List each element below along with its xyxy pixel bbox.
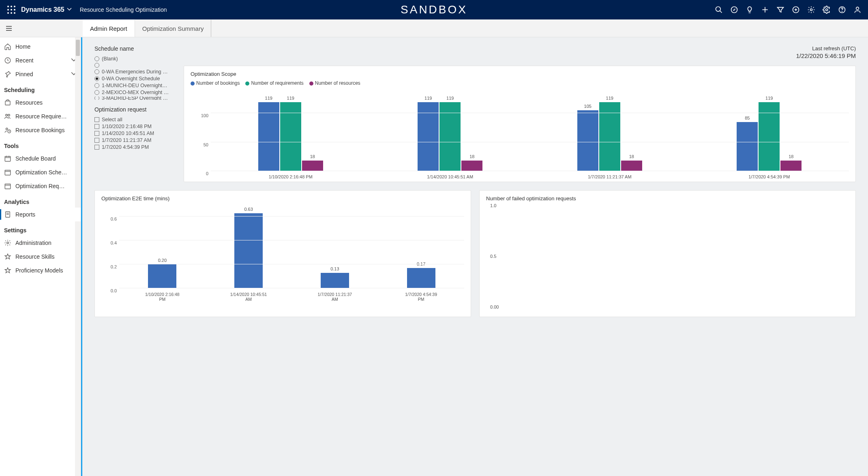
radio-icon [94, 69, 99, 74]
request-option[interactable]: Select all [94, 117, 180, 122]
app-launcher-icon[interactable] [6, 5, 16, 15]
nav-item-home[interactable]: Home [0, 40, 81, 54]
bar[interactable]: 0.17 [407, 268, 435, 288]
brand-name[interactable]: Dynamics 365 [21, 6, 64, 13]
nav-item[interactable]: Resources [0, 96, 81, 109]
bar[interactable]: 105 [577, 110, 598, 171]
x-label: 1/10/2020 2:16:48PM [119, 292, 206, 302]
option-label: 1-MUNICH-DEU Overnight… [102, 83, 167, 88]
task-icon[interactable] [730, 6, 738, 14]
bar[interactable]: 0.20 [148, 264, 176, 288]
scrollbar-track[interactable] [75, 37, 81, 476]
bar-label: 18 [629, 154, 634, 159]
lightbulb-icon[interactable] [746, 6, 754, 14]
tab-admin-report[interactable]: Admin Report [83, 19, 135, 37]
request-option[interactable]: 1/7/2020 11:21:37 AM [94, 137, 180, 143]
chevron-down-icon[interactable] [67, 6, 72, 13]
bar-group: 0.63 [206, 205, 292, 288]
tab-bar: Admin Report Optimization Summary [0, 19, 868, 37]
nav-item[interactable]: Optimization Sche… [0, 165, 81, 179]
nav-label: Optimization Sche… [15, 169, 67, 176]
gear-outline-icon[interactable] [807, 6, 815, 14]
nav-item[interactable]: Resource Skills [0, 250, 81, 264]
add-circle-icon[interactable] [792, 6, 800, 14]
settings-gear-icon[interactable] [823, 6, 831, 14]
bar-label: 105 [584, 104, 592, 109]
nav-label: Resource Bookings [15, 127, 64, 133]
radio-icon [94, 96, 99, 100]
nav-item-pinned[interactable]: Pinned [0, 67, 81, 81]
nav-item[interactable]: Proficiency Models [0, 264, 81, 277]
schedule-option[interactable]: 0-WA Emergencies During … [94, 69, 180, 75]
nav-item[interactable]: Reports [0, 208, 81, 221]
calendar-icon [4, 155, 11, 162]
nav-label: Pinned [15, 71, 33, 77]
radio-icon [94, 76, 99, 81]
nav-item-recent[interactable]: Recent [0, 54, 81, 67]
bar-label: 18 [789, 154, 793, 159]
bar[interactable]: 18 [780, 161, 802, 171]
schedule-option[interactable]: (Blank) [94, 56, 180, 62]
option-label: 0-WA Emergencies During … [102, 69, 168, 75]
sandbox-label: SANDBOX [401, 3, 467, 16]
bar[interactable]: 0.13 [321, 273, 349, 288]
y-tick: 50 [204, 142, 208, 147]
schedule-option[interactable] [94, 63, 180, 68]
nav-label: Home [15, 43, 30, 50]
user-icon[interactable] [853, 6, 862, 14]
bar-label: 0.63 [244, 207, 253, 212]
help-icon[interactable] [838, 6, 846, 14]
bar-group: 0.17 [378, 205, 464, 288]
chart-legend: Number of bookings Number of requirement… [191, 80, 849, 86]
filter-icon[interactable] [776, 6, 784, 14]
radio-icon [94, 63, 99, 68]
last-refresh-timestamp: 1/22/2020 5:46:19 PM [184, 52, 856, 59]
y-tick: 0.2 [111, 264, 117, 269]
svg-point-27 [6, 114, 8, 116]
bar-group: 0.13 [292, 205, 378, 288]
option-label: Select all [102, 117, 122, 122]
request-option[interactable]: 1/10/2020 2:16:48 PM [94, 124, 180, 129]
pin-icon [4, 71, 11, 78]
bar[interactable]: 85 [737, 122, 758, 171]
schedule-option[interactable]: 1-MUNICH-DEU Overnight… [94, 83, 180, 88]
option-label: 3-MADRID-ESP Overnight … [102, 96, 168, 100]
nav-item[interactable]: Resource Bookings [0, 123, 81, 137]
y-tick: 0 [206, 171, 208, 176]
failed-requests-card: Number of failed optimization requests 0… [479, 190, 856, 317]
bar[interactable]: 18 [461, 161, 482, 171]
scrollbar-thumb[interactable] [76, 40, 80, 56]
schedule-option[interactable]: 3-MADRID-ESP Overnight … [94, 96, 180, 100]
bar-label: 85 [745, 116, 750, 120]
y-tick: 1.0 [490, 203, 496, 208]
svg-rect-37 [5, 184, 11, 189]
nav-item[interactable]: Optimization Req… [0, 179, 81, 193]
bar[interactable]: 0.63 [234, 213, 263, 288]
search-icon[interactable] [715, 6, 723, 14]
tab-optimization-summary[interactable]: Optimization Summary [135, 19, 212, 37]
nav-item[interactable]: Schedule Board [0, 152, 81, 165]
svg-rect-26 [5, 101, 10, 105]
nav-group-settings: Settings [0, 221, 81, 236]
y-tick: 0.0 [111, 288, 117, 293]
schedule-option[interactable]: 0-WA Overnight Schedule [94, 76, 180, 81]
plus-icon[interactable] [761, 6, 769, 14]
legend-requirements: Number of requirements [245, 80, 303, 86]
checkbox-icon [94, 138, 99, 143]
option-label: 1/10/2020 2:16:48 PM [102, 124, 152, 129]
nav-item[interactable]: Administration [0, 236, 81, 250]
bar[interactable]: 18 [621, 161, 642, 171]
bar-group: 11911918 [211, 90, 371, 171]
hamburger-icon[interactable] [0, 19, 18, 37]
bar[interactable]: 18 [302, 161, 323, 171]
request-option[interactable]: 1/14/2020 10:45:51 AM [94, 131, 180, 136]
y-tick: 0.6 [111, 217, 117, 221]
y-tick: 100 [201, 113, 208, 118]
request-option[interactable]: 1/7/2020 4:54:39 PM [94, 144, 180, 150]
nav-label: Optimization Req… [15, 183, 64, 189]
legend-resources: Number of resources [309, 80, 360, 86]
schedule-option[interactable]: 2-MEXICO-MEX Overnight … [94, 90, 180, 95]
bar-label: 119 [446, 96, 454, 101]
x-label: 1/14/2020 10:45:51 AM [371, 174, 530, 179]
nav-item[interactable]: Resource Require… [0, 109, 81, 123]
